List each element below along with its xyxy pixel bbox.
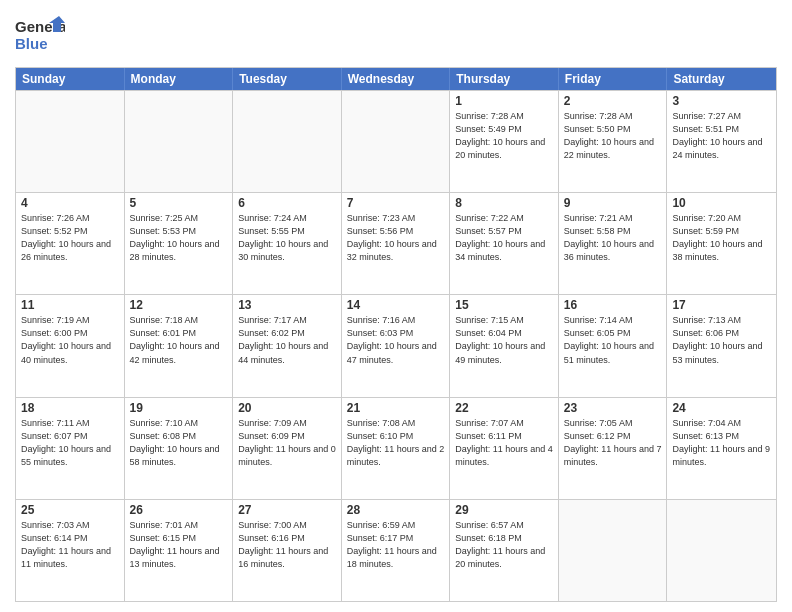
- day-number: 28: [347, 503, 445, 517]
- cell-info: Sunrise: 7:08 AMSunset: 6:10 PMDaylight:…: [347, 417, 445, 469]
- calendar-cell: [342, 91, 451, 192]
- calendar-cell: [125, 91, 234, 192]
- day-number: 10: [672, 196, 771, 210]
- header-day-thursday: Thursday: [450, 68, 559, 90]
- cell-info: Sunrise: 7:24 AMSunset: 5:55 PMDaylight:…: [238, 212, 336, 264]
- calendar-header: SundayMondayTuesdayWednesdayThursdayFrid…: [16, 68, 776, 90]
- cell-info: Sunrise: 7:00 AMSunset: 6:16 PMDaylight:…: [238, 519, 336, 571]
- day-number: 15: [455, 298, 553, 312]
- day-number: 2: [564, 94, 662, 108]
- day-number: 26: [130, 503, 228, 517]
- calendar-cell: 8Sunrise: 7:22 AMSunset: 5:57 PMDaylight…: [450, 193, 559, 294]
- calendar-cell: 3Sunrise: 7:27 AMSunset: 5:51 PMDaylight…: [667, 91, 776, 192]
- calendar-cell: 23Sunrise: 7:05 AMSunset: 6:12 PMDayligh…: [559, 398, 668, 499]
- logo: General Blue: [15, 14, 65, 59]
- day-number: 21: [347, 401, 445, 415]
- calendar-row-1: 4Sunrise: 7:26 AMSunset: 5:52 PMDaylight…: [16, 192, 776, 294]
- calendar-row-3: 18Sunrise: 7:11 AMSunset: 6:07 PMDayligh…: [16, 397, 776, 499]
- day-number: 4: [21, 196, 119, 210]
- calendar-row-4: 25Sunrise: 7:03 AMSunset: 6:14 PMDayligh…: [16, 499, 776, 601]
- cell-info: Sunrise: 7:14 AMSunset: 6:05 PMDaylight:…: [564, 314, 662, 366]
- cell-info: Sunrise: 7:05 AMSunset: 6:12 PMDaylight:…: [564, 417, 662, 469]
- calendar-cell: 1Sunrise: 7:28 AMSunset: 5:49 PMDaylight…: [450, 91, 559, 192]
- header-day-friday: Friday: [559, 68, 668, 90]
- day-number: 1: [455, 94, 553, 108]
- cell-info: Sunrise: 7:27 AMSunset: 5:51 PMDaylight:…: [672, 110, 771, 162]
- calendar-cell: 14Sunrise: 7:16 AMSunset: 6:03 PMDayligh…: [342, 295, 451, 396]
- svg-text:Blue: Blue: [15, 35, 48, 52]
- cell-info: Sunrise: 7:09 AMSunset: 6:09 PMDaylight:…: [238, 417, 336, 469]
- day-number: 18: [21, 401, 119, 415]
- day-number: 29: [455, 503, 553, 517]
- day-number: 5: [130, 196, 228, 210]
- calendar-cell: 24Sunrise: 7:04 AMSunset: 6:13 PMDayligh…: [667, 398, 776, 499]
- calendar-cell: 17Sunrise: 7:13 AMSunset: 6:06 PMDayligh…: [667, 295, 776, 396]
- calendar-cell: [667, 500, 776, 601]
- calendar-cell: 19Sunrise: 7:10 AMSunset: 6:08 PMDayligh…: [125, 398, 234, 499]
- cell-info: Sunrise: 7:28 AMSunset: 5:49 PMDaylight:…: [455, 110, 553, 162]
- calendar-cell: 11Sunrise: 7:19 AMSunset: 6:00 PMDayligh…: [16, 295, 125, 396]
- cell-info: Sunrise: 7:03 AMSunset: 6:14 PMDaylight:…: [21, 519, 119, 571]
- calendar-cell: 5Sunrise: 7:25 AMSunset: 5:53 PMDaylight…: [125, 193, 234, 294]
- calendar-cell: 20Sunrise: 7:09 AMSunset: 6:09 PMDayligh…: [233, 398, 342, 499]
- calendar-cell: 26Sunrise: 7:01 AMSunset: 6:15 PMDayligh…: [125, 500, 234, 601]
- day-number: 6: [238, 196, 336, 210]
- cell-info: Sunrise: 7:07 AMSunset: 6:11 PMDaylight:…: [455, 417, 553, 469]
- cell-info: Sunrise: 7:23 AMSunset: 5:56 PMDaylight:…: [347, 212, 445, 264]
- header-day-sunday: Sunday: [16, 68, 125, 90]
- calendar-cell: 2Sunrise: 7:28 AMSunset: 5:50 PMDaylight…: [559, 91, 668, 192]
- logo-svg: General Blue: [15, 14, 65, 59]
- cell-info: Sunrise: 7:10 AMSunset: 6:08 PMDaylight:…: [130, 417, 228, 469]
- day-number: 11: [21, 298, 119, 312]
- day-number: 9: [564, 196, 662, 210]
- day-number: 23: [564, 401, 662, 415]
- calendar-cell: 6Sunrise: 7:24 AMSunset: 5:55 PMDaylight…: [233, 193, 342, 294]
- cell-info: Sunrise: 7:22 AMSunset: 5:57 PMDaylight:…: [455, 212, 553, 264]
- calendar-cell: 28Sunrise: 6:59 AMSunset: 6:17 PMDayligh…: [342, 500, 451, 601]
- header-day-saturday: Saturday: [667, 68, 776, 90]
- day-number: 3: [672, 94, 771, 108]
- cell-info: Sunrise: 7:20 AMSunset: 5:59 PMDaylight:…: [672, 212, 771, 264]
- cell-info: Sunrise: 7:25 AMSunset: 5:53 PMDaylight:…: [130, 212, 228, 264]
- header-day-wednesday: Wednesday: [342, 68, 451, 90]
- header-day-tuesday: Tuesday: [233, 68, 342, 90]
- calendar-cell: 25Sunrise: 7:03 AMSunset: 6:14 PMDayligh…: [16, 500, 125, 601]
- day-number: 16: [564, 298, 662, 312]
- calendar-cell: 29Sunrise: 6:57 AMSunset: 6:18 PMDayligh…: [450, 500, 559, 601]
- calendar-cell: 13Sunrise: 7:17 AMSunset: 6:02 PMDayligh…: [233, 295, 342, 396]
- cell-info: Sunrise: 7:17 AMSunset: 6:02 PMDaylight:…: [238, 314, 336, 366]
- cell-info: Sunrise: 7:26 AMSunset: 5:52 PMDaylight:…: [21, 212, 119, 264]
- day-number: 22: [455, 401, 553, 415]
- calendar-cell: [559, 500, 668, 601]
- cell-info: Sunrise: 7:16 AMSunset: 6:03 PMDaylight:…: [347, 314, 445, 366]
- calendar-cell: 22Sunrise: 7:07 AMSunset: 6:11 PMDayligh…: [450, 398, 559, 499]
- calendar-cell: 9Sunrise: 7:21 AMSunset: 5:58 PMDaylight…: [559, 193, 668, 294]
- day-number: 14: [347, 298, 445, 312]
- cell-info: Sunrise: 6:59 AMSunset: 6:17 PMDaylight:…: [347, 519, 445, 571]
- calendar: SundayMondayTuesdayWednesdayThursdayFrid…: [15, 67, 777, 602]
- cell-info: Sunrise: 7:21 AMSunset: 5:58 PMDaylight:…: [564, 212, 662, 264]
- calendar-row-2: 11Sunrise: 7:19 AMSunset: 6:00 PMDayligh…: [16, 294, 776, 396]
- cell-info: Sunrise: 7:19 AMSunset: 6:00 PMDaylight:…: [21, 314, 119, 366]
- day-number: 27: [238, 503, 336, 517]
- day-number: 8: [455, 196, 553, 210]
- day-number: 24: [672, 401, 771, 415]
- calendar-cell: 21Sunrise: 7:08 AMSunset: 6:10 PMDayligh…: [342, 398, 451, 499]
- calendar-cell: 15Sunrise: 7:15 AMSunset: 6:04 PMDayligh…: [450, 295, 559, 396]
- day-number: 7: [347, 196, 445, 210]
- cell-info: Sunrise: 7:04 AMSunset: 6:13 PMDaylight:…: [672, 417, 771, 469]
- calendar-body: 1Sunrise: 7:28 AMSunset: 5:49 PMDaylight…: [16, 90, 776, 601]
- cell-info: Sunrise: 7:28 AMSunset: 5:50 PMDaylight:…: [564, 110, 662, 162]
- calendar-row-0: 1Sunrise: 7:28 AMSunset: 5:49 PMDaylight…: [16, 90, 776, 192]
- cell-info: Sunrise: 7:01 AMSunset: 6:15 PMDaylight:…: [130, 519, 228, 571]
- cell-info: Sunrise: 6:57 AMSunset: 6:18 PMDaylight:…: [455, 519, 553, 571]
- day-number: 13: [238, 298, 336, 312]
- header-day-monday: Monday: [125, 68, 234, 90]
- day-number: 25: [21, 503, 119, 517]
- calendar-cell: 12Sunrise: 7:18 AMSunset: 6:01 PMDayligh…: [125, 295, 234, 396]
- calendar-cell: 10Sunrise: 7:20 AMSunset: 5:59 PMDayligh…: [667, 193, 776, 294]
- cell-info: Sunrise: 7:15 AMSunset: 6:04 PMDaylight:…: [455, 314, 553, 366]
- day-number: 20: [238, 401, 336, 415]
- page: General Blue SundayMondayTuesdayWednesda…: [0, 0, 792, 612]
- header: General Blue: [15, 10, 777, 59]
